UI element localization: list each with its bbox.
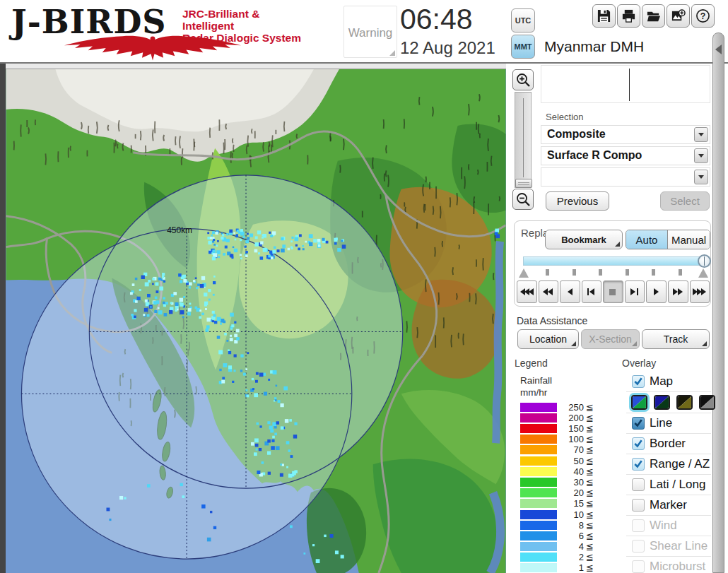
legend-value: 10: [557, 509, 584, 520]
overlay-label: Overlay: [622, 358, 656, 369]
mmt-button[interactable]: MMT: [511, 35, 535, 59]
x-section-button[interactable]: X-Section: [581, 329, 640, 349]
save-button[interactable]: [592, 4, 616, 28]
map-style-blue-green[interactable]: [631, 395, 647, 410]
play-button[interactable]: [646, 280, 667, 303]
step-back-icon: [585, 288, 598, 296]
overlay-row-range-az: Range / AZ: [626, 454, 711, 475]
legend-row: 20≦: [520, 488, 612, 498]
print-button[interactable]: [617, 4, 640, 28]
slider-tick: [652, 269, 655, 276]
menu-fold-icon: [615, 242, 620, 247]
legend-row: 1≦: [520, 562, 612, 573]
question-mark-icon: ?: [695, 8, 710, 23]
checkbox-range-az[interactable]: [632, 458, 645, 471]
checkbox-line[interactable]: [632, 417, 645, 430]
utc-button[interactable]: UTC: [511, 8, 535, 33]
zoom-out-button[interactable]: [512, 189, 534, 210]
legend-row: 70≦: [520, 444, 612, 455]
legend-color-swatch: [520, 424, 557, 433]
warning-panel[interactable]: Warning: [344, 6, 397, 58]
warning-label: Warning: [344, 26, 397, 40]
checkbox-map[interactable]: [632, 375, 645, 388]
legend-color-swatch: [520, 403, 557, 412]
replay-slider-handle[interactable]: [698, 254, 711, 268]
map-style-navy-darkgreen[interactable]: [654, 395, 670, 410]
checkbox-border[interactable]: [632, 437, 645, 450]
legend-operator: ≦: [586, 498, 594, 509]
step-forward-button[interactable]: [625, 280, 645, 303]
eagle-logo-icon: [8, 34, 297, 62]
legend-color-swatch: [520, 521, 557, 530]
select-button[interactable]: Select: [660, 191, 710, 211]
legend-color-swatch: [520, 563, 557, 572]
open-folder-icon: [646, 8, 661, 23]
step-back-button[interactable]: [582, 280, 602, 303]
replay-slider-ticks: [519, 268, 708, 278]
map-zoom-control: [512, 69, 535, 211]
resize-grip-icon[interactable]: [389, 50, 395, 56]
overlay-row-lati-long: Lati / Long: [626, 475, 711, 495]
checkbox-lati-long[interactable]: [632, 478, 645, 491]
map-style-black-olive[interactable]: [676, 395, 693, 410]
fast-forward-3x-icon: [693, 288, 706, 296]
overlay-item-label: Wind: [650, 519, 677, 533]
replay-time-slider[interactable]: [523, 256, 705, 266]
legend-value: 4: [557, 541, 584, 552]
legend-operator: ≦: [586, 413, 594, 423]
legend-color-swatch: [520, 531, 557, 540]
slider-tick: [599, 269, 602, 276]
empty-dropdown[interactable]: [541, 167, 710, 187]
map-style-swatches: [626, 392, 711, 413]
forward-2x-button[interactable]: [668, 280, 688, 303]
dropdown-arrow-icon[interactable]: [694, 170, 708, 184]
legend-color-swatch: [520, 510, 557, 519]
legend-color-swatch: [520, 488, 557, 497]
fast-forward-3x-button[interactable]: [690, 280, 710, 303]
bookmark-button[interactable]: Bookmark: [545, 230, 623, 249]
image-plus-icon: [671, 8, 686, 23]
fast-rewind-3x-button[interactable]: [517, 280, 537, 303]
checkbox-marker[interactable]: [632, 499, 645, 512]
collapse-panel-arrow-icon[interactable]: [715, 45, 722, 54]
rewind-2x-button[interactable]: [539, 280, 559, 303]
legend-color-swatch: [520, 542, 557, 551]
product-dropdown[interactable]: Surface R Compo: [541, 146, 710, 165]
legend-row: 15≦: [520, 498, 612, 509]
legend-value: 2: [557, 552, 584, 562]
slider-start-marker[interactable]: [519, 268, 529, 278]
composite-dropdown[interactable]: Composite: [541, 125, 710, 144]
checkbox-shear-line: [632, 540, 645, 553]
open-file-button[interactable]: [642, 4, 665, 28]
product-dropdown-value: Surface R Compo: [547, 149, 642, 162]
legend-value: 6: [557, 531, 584, 541]
legend-label: Legend: [515, 358, 548, 369]
map-style-black-gray[interactable]: [699, 395, 715, 410]
info-panel-divider: [629, 69, 630, 101]
zoom-slider-handle[interactable]: [515, 179, 532, 188]
zoom-in-button[interactable]: [512, 69, 534, 90]
overlay-item-label: Lati / Long: [650, 478, 705, 492]
zoom-slider-track[interactable]: [515, 92, 532, 188]
track-button[interactable]: Track: [642, 329, 710, 349]
dropdown-arrow-icon[interactable]: [694, 127, 708, 142]
forward-2x-icon: [671, 288, 685, 296]
dropdown-arrow-icon[interactable]: [694, 148, 708, 163]
panel-splitter[interactable]: [712, 33, 724, 573]
radar-map[interactable]: 450km: [6, 69, 506, 573]
play-reverse-button[interactable]: [560, 280, 580, 303]
legend-operator: ≦: [586, 423, 594, 434]
auto-button[interactable]: Auto: [626, 230, 668, 249]
checkbox-microburst: [632, 560, 645, 573]
location-button[interactable]: Location: [517, 329, 579, 349]
capture-image-button[interactable]: [667, 4, 690, 28]
manual-button[interactable]: Manual: [668, 230, 710, 249]
slider-end-marker[interactable]: [698, 268, 708, 278]
help-button[interactable]: ?: [691, 4, 715, 28]
menu-fold-icon: [571, 341, 576, 346]
stop-button[interactable]: [603, 280, 623, 303]
slider-tick: [679, 269, 682, 276]
previous-button[interactable]: Previous: [546, 191, 609, 211]
legend-color-swatch: [520, 499, 557, 508]
legend-row: 250≦: [520, 402, 612, 413]
